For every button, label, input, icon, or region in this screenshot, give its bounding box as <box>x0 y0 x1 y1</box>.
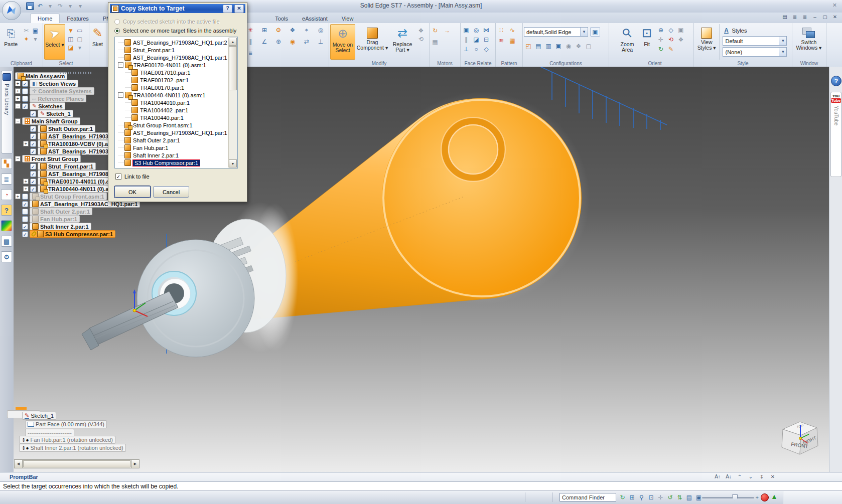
tab-eassistant[interactable]: eAssistant <box>295 14 335 23</box>
dialog-scrollbar[interactable]: ▲ ▼ <box>228 38 237 167</box>
pathfinder-label[interactable]: ✎Sketches <box>30 102 65 110</box>
perspective-icon[interactable]: ❖ <box>676 35 685 44</box>
parts-library-tab[interactable]: Parts Library <box>1 71 13 153</box>
styles-caption[interactable]: Styles <box>732 28 747 34</box>
mate-icon[interactable]: ❖ <box>288 26 297 34</box>
visibility-checkbox[interactable] <box>22 96 28 102</box>
dialog-tree-item[interactable]: TRA10044010.par:1 <box>115 99 237 106</box>
zoom-out-icon[interactable]: − <box>697 494 700 500</box>
record-icon[interactable] <box>761 493 769 501</box>
view-styles-button[interactable]: View Styles ▾ <box>695 24 718 60</box>
visibility-checkbox[interactable] <box>22 194 28 200</box>
tangent-icon[interactable]: ○ <box>472 45 481 53</box>
select-visible-icon[interactable]: ◫ <box>66 35 75 43</box>
tab-view[interactable]: View <box>335 14 361 23</box>
pathfinder-label[interactable]: Strut_Front.par:1 <box>38 162 96 170</box>
visibility-checkbox[interactable]: ✓ <box>30 148 36 154</box>
refresh-view-icon[interactable]: ↻ <box>656 45 665 53</box>
chevron-down-icon[interactable]: ▼ <box>779 48 786 56</box>
axial-align-icon[interactable]: ◎ <box>316 26 325 34</box>
select-options-icon[interactable]: ▾ <box>75 43 84 52</box>
restore-icon[interactable]: ▢ <box>821 14 829 20</box>
visibility-checkbox[interactable]: ✓ <box>30 163 36 170</box>
favorites-icon[interactable]: ▚ <box>1 158 12 169</box>
replace-part-button[interactable]: ⇄ Replace Part ▾ <box>389 24 415 60</box>
visibility-checkbox[interactable]: ✓ <box>22 201 28 207</box>
zoom-area-button[interactable]: ⚲ Zoom Area <box>617 24 637 60</box>
target-file-list[interactable]: AST_Bearings_H71903AC_HQ1.par:2Strut_Fro… <box>114 37 238 169</box>
cascade-windows-icon[interactable]: ≣ <box>791 14 799 20</box>
gear-relation-icon[interactable]: ⚙ <box>274 26 283 34</box>
visibility-checkbox[interactable]: ✓ <box>30 141 36 147</box>
dialog-tree-item[interactable]: AST_Bearings_H71908AC_HQ1.par:1 <box>115 54 237 61</box>
dialog-tree-item[interactable]: Strut Group Front.asm:1 <box>115 121 237 129</box>
chevron-down-icon[interactable]: ▼ <box>779 37 786 45</box>
fan-hub-rotation-overlay[interactable]: ⇕● Fan Hub.par:1 (rotation unlocked) <box>19 436 115 444</box>
pathfinder-label[interactable]: Strut Group Front.asm:1 <box>30 193 107 200</box>
part-face-overlay[interactable]: Part Face (0.00 mm) (V344) <box>25 420 107 428</box>
scroll-left-icon[interactable]: ◀ <box>15 460 23 468</box>
scroll-right-icon[interactable]: ▶ <box>131 460 139 468</box>
parallel-faces-icon[interactable]: ∥ <box>462 35 471 44</box>
zoom-slider[interactable]: − + <box>697 494 759 500</box>
dialog-title-bar[interactable]: Copy Sketch to Target ? ✕ <box>110 4 245 13</box>
dialog-tree-item[interactable]: TRAE001702 .par:1 <box>115 76 237 84</box>
cancel-button[interactable]: Cancel <box>153 186 189 198</box>
dialog-tree-item[interactable]: Shaft Outer 2.par:1 <box>115 136 237 144</box>
pathfinder-label[interactable]: Shaft Inner 2.par:1 <box>30 223 91 230</box>
select-button[interactable]: ➤ Select ▾ <box>44 24 65 60</box>
visibility-checkbox[interactable]: ✓ <box>30 186 36 192</box>
move-components-icon[interactable]: ❖ <box>416 26 426 35</box>
scroll-down-icon[interactable]: ▼ <box>229 159 237 167</box>
expand-toggle[interactable]: + <box>15 81 21 86</box>
rotate-components-icon[interactable]: ⟲ <box>416 35 426 43</box>
font-decrease-icon[interactable]: A↓ <box>725 473 733 480</box>
pathfinder-item[interactable]: ✓Shaft Inner 2.par:1 <box>15 223 140 230</box>
dialog-tree-item[interactable]: AST_Bearings_H71903AC_HQ1.par:1 <box>115 129 237 136</box>
insert-component-icon[interactable]: ⊞ <box>260 26 269 34</box>
pathfinder-label[interactable]: Shaft Outer.par:1 <box>38 125 95 132</box>
match-properties-icon[interactable]: ✦ <box>22 35 31 43</box>
pathfinder-label[interactable]: Shaft Outer 2.par:1 <box>30 208 92 215</box>
expand-toggle[interactable]: − <box>118 92 123 98</box>
expand-toggle[interactable]: + <box>23 186 29 192</box>
link-to-file-checkbox[interactable]: ✓ Link to file <box>115 174 150 180</box>
notes-icon[interactable]: ▥ <box>544 42 553 50</box>
cam-relation-icon[interactable]: ◉ <box>288 37 297 46</box>
zoom-icon[interactable]: ⚲ <box>637 493 646 501</box>
close-icon[interactable]: ✕ <box>832 2 837 9</box>
connect-relation-icon[interactable]: ⊕ <box>274 37 283 46</box>
visibility-checkbox[interactable] <box>22 216 28 222</box>
paste-options-icon[interactable]: ▾ <box>31 35 40 43</box>
dialog-help-button[interactable]: ? <box>223 5 232 13</box>
pathfinder-label[interactable]: Main Shaft Group <box>22 117 80 125</box>
close-icon[interactable]: ✕ <box>831 14 839 20</box>
visibility-checkbox[interactable]: ✓ <box>30 171 36 177</box>
activate-part-icon[interactable]: ◪ <box>66 43 75 52</box>
pathfinder-horizontal-scrollbar[interactable]: ◀ ▶ <box>14 459 139 468</box>
paste-button[interactable]: ⎘ Paste <box>1 24 21 60</box>
pattern-icon[interactable]: ∷ <box>497 26 506 34</box>
dialog-tree-item[interactable]: S3 Hub Compressor.par:1 <box>115 159 237 166</box>
configuration-combo[interactable]: default,Solid Edge▼ <box>524 27 588 37</box>
rotation-motor-icon[interactable]: ↻ <box>431 26 440 35</box>
visibility-checkbox[interactable] <box>22 209 28 215</box>
rotate-icon[interactable]: ↺ <box>666 493 674 501</box>
dialog-tree-item[interactable]: TRAE00170.par:1 <box>115 84 237 91</box>
deselect-icon[interactable]: ▢ <box>75 35 84 43</box>
scroll-up-icon[interactable]: ▲ <box>229 38 237 46</box>
fit-button[interactable]: ⊡ Fit <box>638 24 655 60</box>
dialog-tree-item[interactable]: Shaft Inner 2.par:1 <box>115 151 237 159</box>
dialog-tree-item[interactable]: TRAE0017010.par:1 <box>115 69 237 76</box>
sensors-icon[interactable]: ◔ <box>1 189 12 200</box>
fit-icon[interactable]: ⊡ <box>647 493 655 501</box>
command-finder-input[interactable]: Command Finder <box>559 493 616 501</box>
configuration-table-icon[interactable]: ▤ <box>534 42 543 50</box>
ground-relation-icon[interactable]: ⊥ <box>316 37 325 46</box>
scrollbar-thumb[interactable] <box>23 460 130 467</box>
face-style-combo[interactable]: Default▼ <box>723 36 787 46</box>
expand-toggle[interactable]: − <box>118 62 123 68</box>
pan-icon[interactable]: ✛ <box>656 35 665 44</box>
radio-copy-into-active-file[interactable]: Copy selected sketch into the active fil… <box>114 19 220 25</box>
shaft-inner-rotation-overlay[interactable]: ⇕● Shaft Inner 2.par:1 (rotation unlocke… <box>19 444 126 452</box>
